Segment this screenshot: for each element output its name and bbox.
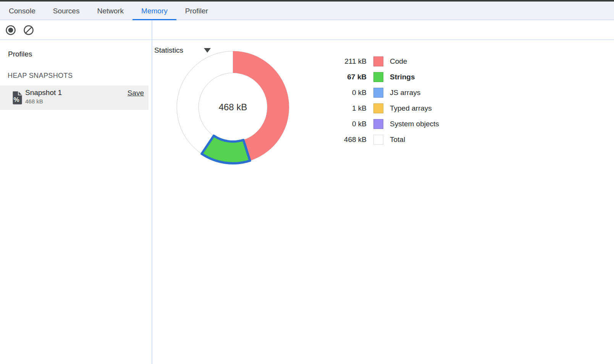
clear-profiles-button[interactable] bbox=[23, 25, 34, 35]
snapshot-size: 468 kB bbox=[25, 98, 43, 105]
sidebar-divider bbox=[152, 20, 152, 364]
legend-row[interactable]: 0 kBJS arrays bbox=[338, 85, 439, 100]
legend-row[interactable]: 1 kBTyped arrays bbox=[338, 100, 439, 116]
legend-label: System objects bbox=[390, 120, 439, 128]
legend: 211 kBCode67 kBStrings0 kBJS arrays1 kBT… bbox=[338, 53, 439, 147]
legend-swatch bbox=[373, 135, 383, 145]
legend-label: Typed arrays bbox=[390, 104, 432, 113]
toolbar-left-controls bbox=[5, 20, 34, 40]
legend-value: 211 kB bbox=[338, 57, 367, 66]
legend-label: JS arrays bbox=[390, 89, 420, 97]
clear-slash-icon bbox=[23, 25, 34, 35]
legend-row[interactable]: 211 kBCode bbox=[338, 53, 439, 69]
panel-tab-bar: Console Sources Network Memory Profiler bbox=[0, 2, 614, 20]
devtools-memory-panel: Console Sources Network Memory Profiler … bbox=[0, 0, 614, 364]
record-heap-snapshot-button[interactable] bbox=[5, 25, 16, 35]
tab-profiler[interactable]: Profiler bbox=[176, 2, 217, 19]
legend-value: 468 kB bbox=[338, 135, 367, 144]
legend-value: 67 kB bbox=[338, 73, 367, 81]
legend-swatch bbox=[373, 119, 383, 129]
legend-swatch bbox=[373, 88, 383, 98]
pie-slice-strings[interactable] bbox=[202, 136, 250, 163]
legend-swatch bbox=[373, 56, 383, 66]
tab-sources[interactable]: Sources bbox=[44, 2, 89, 19]
tab-memory[interactable]: Memory bbox=[132, 2, 176, 19]
record-circle-icon bbox=[5, 25, 16, 35]
donut-center-total-label: 468 kB bbox=[219, 102, 247, 112]
legend-label: Total bbox=[390, 135, 405, 144]
legend-row[interactable]: 468 kBTotal bbox=[338, 132, 439, 147]
legend-value: 0 kB bbox=[338, 89, 367, 97]
legend-row[interactable]: 0 kBSystem objects bbox=[338, 116, 439, 132]
profiles-heading: Profiles bbox=[8, 50, 32, 58]
heap-statistics-donut-chart: 468 kB bbox=[168, 42, 298, 172]
heap-snapshot-file-icon: % bbox=[11, 91, 23, 105]
percent-glyph: % bbox=[13, 96, 19, 103]
sidebar-item-snapshot-1[interactable]: % Snapshot 1 468 kB Save bbox=[0, 85, 149, 110]
legend-swatch bbox=[373, 103, 383, 113]
legend-value: 0 kB bbox=[338, 120, 367, 128]
tab-network[interactable]: Network bbox=[88, 2, 132, 19]
legend-row[interactable]: 67 kBStrings bbox=[338, 69, 439, 85]
legend-label: Code bbox=[390, 57, 407, 66]
memory-toolbar: Statistics bbox=[0, 20, 614, 40]
legend-value: 1 kB bbox=[338, 104, 367, 113]
heap-snapshots-section-heading: HEAP SNAPSHOTS bbox=[8, 72, 73, 80]
legend-label: Strings bbox=[390, 73, 415, 81]
snapshot-title: Snapshot 1 bbox=[25, 89, 62, 97]
tab-console[interactable]: Console bbox=[0, 2, 44, 19]
legend-swatch bbox=[373, 72, 383, 82]
snapshot-save-link[interactable]: Save bbox=[128, 89, 144, 97]
